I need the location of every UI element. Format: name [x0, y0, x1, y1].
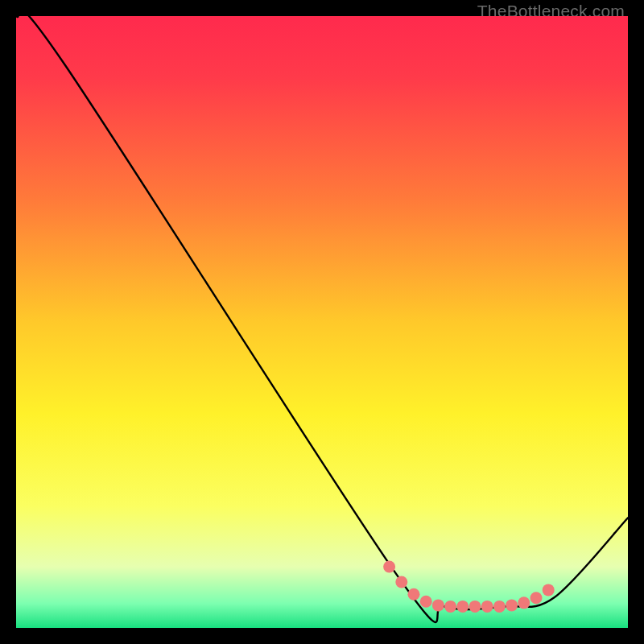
dot — [481, 601, 493, 613]
dot — [518, 597, 530, 609]
dot — [493, 601, 506, 613]
dot — [506, 599, 518, 611]
dot — [444, 601, 456, 613]
dot — [530, 592, 543, 604]
dot — [420, 596, 432, 608]
dot — [469, 601, 481, 613]
bottleneck-chart — [16, 16, 628, 628]
dot — [408, 588, 420, 601]
dot — [383, 561, 395, 573]
dot — [432, 599, 444, 611]
chart-background — [16, 16, 628, 628]
dot — [395, 576, 407, 588]
dot — [456, 601, 469, 613]
dot — [543, 584, 555, 596]
